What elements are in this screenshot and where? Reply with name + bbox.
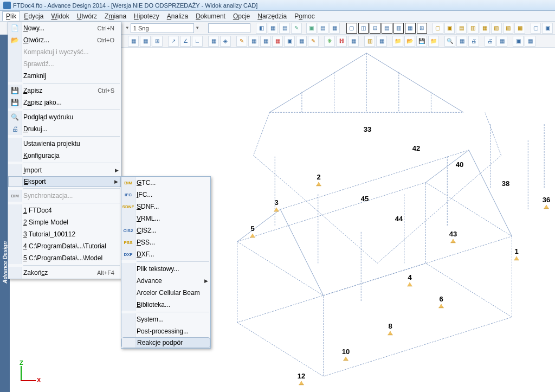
export-ifc[interactable]: IFCIFC... [121,189,210,201]
export-gtc[interactable]: BIMGTC... [121,177,210,189]
layer-combo[interactable]: 1 Sng [131,23,195,33]
tool-icon[interactable]: ▦ [348,36,359,47]
tool-icon[interactable]: ▤ [456,23,467,34]
menu-edycja[interactable]: Edycja [20,11,47,21]
tool-icon[interactable]: ✎ [291,23,302,34]
tool-icon[interactable]: ▦ [456,36,467,47]
tool-icon[interactable]: ✎ [236,36,247,47]
export-arcelor[interactable]: Arcelor Cellular Beam [121,287,210,299]
tool-icon[interactable]: ▨ [503,23,514,34]
tool-icon[interactable]: 🔍 [444,36,455,47]
node-label: 10 [342,348,350,361]
menu-zamknij[interactable]: Zamknij [8,70,121,82]
tool-icon[interactable]: ▣ [444,23,455,34]
folder-icon[interactable]: 📁 [428,36,439,47]
tool-icon[interactable]: ▦ [260,36,271,47]
menu-otworz[interactable]: 📂Otwórz...Ctrl+O [8,34,121,46]
menu-hipotezy[interactable]: Hipotezy [130,11,163,21]
menu-plik[interactable]: Plik [2,11,20,21]
tool-icon[interactable]: ▣ [306,23,317,34]
menu-analiza[interactable]: Analiza [163,11,192,21]
tool-icon[interactable]: ▢ [433,23,443,34]
menu-dokument[interactable]: Dokument [192,11,229,21]
menu-recent-4[interactable]: 4 C:\ProgramData\...\Tutorial [8,240,121,252]
view-tool[interactable]: ⊞ [417,23,428,34]
menu-recent-5[interactable]: 5 C:\ProgramData\...\Model [8,252,121,264]
tool-icon[interactable]: ◈ [220,36,231,47]
tool-icon[interactable]: ◧ [256,23,267,34]
tool-icon[interactable]: ✎ [308,36,319,47]
view-tool[interactable]: ▥ [393,23,404,34]
export-advance[interactable]: Advance▶ [121,275,210,287]
tool-icon[interactable]: ▦ [496,36,507,47]
menu-narzedzia[interactable]: Narzędzia [254,11,291,21]
export-pss[interactable]: PSSPSS... [121,236,210,248]
tool-icon[interactable]: ▢ [531,23,541,34]
tool-icon[interactable]: ▦ [272,36,283,47]
tool-icon[interactable]: ▤ [318,23,328,34]
tool-icon[interactable]: ▦ [140,36,151,47]
tool-icon[interactable]: ▦ [268,23,279,34]
export-biblioteka[interactable]: Biblioteka... [121,299,210,311]
tool-icon[interactable]: ▦ [330,23,340,34]
menu-pomoc[interactable]: Pomoc [291,11,318,21]
tool-icon[interactable]: ▦ [248,36,259,47]
menu-opcje[interactable]: Opcje [229,11,254,21]
view-tool[interactable]: ◫ [358,23,369,34]
folder-icon[interactable]: 📁 [392,36,403,47]
tool-icon[interactable]: ℍ [336,36,347,47]
menu-zmiana[interactable]: Zmiana [101,11,130,21]
tool-icon[interactable]: ▦ [525,36,535,47]
tool-icon[interactable]: ▦ [208,36,219,47]
tool-icon[interactable]: ▦ [128,36,139,47]
save-icon[interactable]: 💾 [416,36,427,47]
tool-icon[interactable]: ▥ [364,36,375,47]
tool-icon[interactable]: ∠ [180,36,191,47]
tool-icon[interactable]: ▩ [514,23,525,34]
tool-icon[interactable]: ▦ [480,23,491,34]
menu-zapisz[interactable]: 💾ZapiszCtrl+S [8,85,121,97]
export-postprocessing[interactable]: Post-processing... [121,325,210,337]
tool-icon[interactable]: ▣ [542,23,553,34]
tool-icon[interactable]: ▦ [376,36,387,47]
menu-eksport[interactable]: Eksport▶ [8,176,121,187]
print-icon[interactable]: 🖨 [468,36,479,47]
menu-import[interactable]: Import▶ [8,164,121,176]
tool-icon[interactable]: ↗ [168,36,179,47]
menu-utworz[interactable]: Utwórz [73,11,101,21]
tool-icon[interactable]: ∟ [192,36,203,47]
tool-icon[interactable]: ▦ [296,36,307,47]
menu-podglad[interactable]: 🔍Podgląd wydruku [8,111,121,123]
menu-nowy[interactable]: 📄Nowy...Ctrl+N [8,22,121,34]
view-tool[interactable]: ⊟ [370,23,380,34]
tool-icon[interactable]: ▤ [279,23,290,34]
tool-icon[interactable]: ⊞ [152,36,163,47]
menu-recent-1[interactable]: 1 FTDoc4 [8,204,121,216]
menu-zakoncz[interactable]: ZakończAlt+F4 [8,267,121,279]
menu-ustawienia[interactable]: Ustawienia projektu [8,138,121,150]
menu-drukuj[interactable]: 🖨Drukuj... [8,123,121,135]
menu-konfiguracja[interactable]: Konfiguracja [8,150,121,162]
menu-widok[interactable]: Widok [47,11,73,21]
export-cis2[interactable]: CIS2CIS2... [121,224,210,236]
menu-recent-3[interactable]: 3 Tutorial_100112 [8,228,121,240]
print-icon[interactable]: 🖨 [485,36,495,47]
combo-empty[interactable] [208,23,250,33]
view-tool[interactable]: ▢ [346,23,357,34]
view-tool[interactable]: ▦ [405,23,416,34]
tool-icon[interactable]: ▣ [513,36,524,47]
tool-icon[interactable]: ❋ [324,36,335,47]
export-dxf[interactable]: DXFDXF... [121,248,210,260]
tool-icon[interactable]: ▧ [491,23,502,34]
export-system[interactable]: System... [121,313,210,325]
folder-icon[interactable]: 📂 [404,36,415,47]
menu-zapisz-jako[interactable]: 💾Zapisz jako... [8,97,121,108]
tool-icon[interactable]: ▣ [284,36,295,47]
tool-icon[interactable]: ▥ [468,23,479,34]
export-sdnf[interactable]: SDNFSDNF... [121,201,210,213]
export-vrml[interactable]: VRML... [121,213,210,224]
menu-recent-2[interactable]: 2 Simple Model [8,216,121,228]
export-reakcje-podpor[interactable]: Reakcje podpór [121,337,210,348]
export-plik-tekstowy[interactable]: Plik tekstowy... [121,263,210,275]
view-tool[interactable]: ▤ [382,23,392,34]
